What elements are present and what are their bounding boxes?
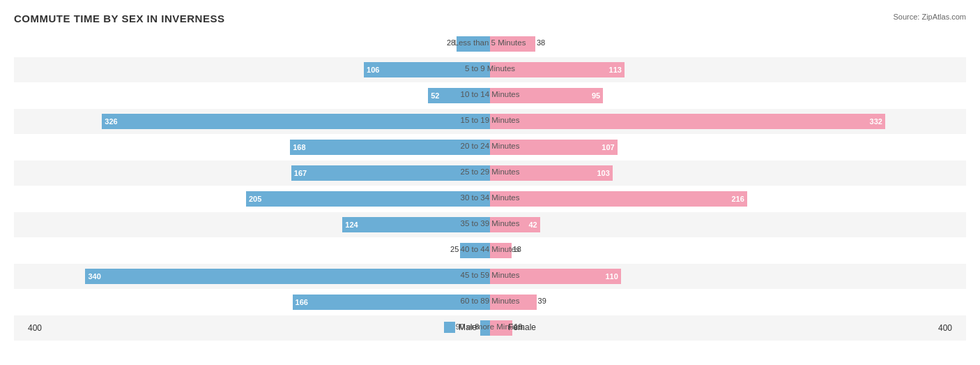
male-value: 52 [431,91,439,100]
female-value: 113 [609,66,622,74]
female-value: 110 [605,272,618,281]
female-value-outside: 38 [537,38,545,47]
male-value: 168 [293,143,305,151]
male-value-outside: 28 [447,38,455,47]
bar-female: 110 [490,269,621,284]
bar-female: 113 [490,62,625,77]
bar-male: 205 [246,191,490,207]
bar-male: 166 [293,295,490,310]
male-value: 205 [249,195,261,203]
table-row: 16710325 to 29 Minutes [14,161,966,186]
legend-male-box [444,322,455,333]
male-value: 106 [367,66,379,74]
female-value: 332 [870,117,882,126]
female-value-outside: 39 [538,297,546,305]
male-value: 340 [88,272,100,281]
bar-female [490,295,537,310]
male-value: 326 [105,117,117,126]
table-row: 529510 to 14 Minutes [14,83,966,108]
bar-male: 124 [342,217,490,232]
bar-female: 332 [490,114,885,129]
bar-male: 340 [85,269,490,284]
female-value-outside: 18 [513,245,521,253]
bar-female: 216 [490,191,747,207]
rows-container: 2838Less than 5 Minutes1061135 to 9 Minu… [14,31,966,341]
female-value: 95 [592,91,600,100]
bar-female: 42 [490,217,540,232]
legend-female-label: Female [508,322,536,332]
table-row: 16810720 to 24 Minutes [14,135,966,160]
bar-female [490,36,535,52]
bar-male: 52 [428,88,490,103]
table-row: 2838Less than 5 Minutes [14,31,966,57]
table-row: 32633215 to 19 Minutes [14,109,966,134]
female-value: 103 [597,169,610,177]
table-row: 20521630 to 34 Minutes [14,186,966,211]
legend-female-box [493,322,505,333]
bar-male: 168 [290,140,490,155]
bar-female [490,243,512,258]
legend: Male Female [14,322,966,333]
table-row: 1061135 to 9 Minutes [14,57,966,82]
table-row: 1244235 to 39 Minutes [14,212,966,237]
male-value: 167 [294,169,307,177]
bar-male: 106 [364,62,490,77]
legend-male-label: Male [459,322,477,332]
female-value: 216 [731,195,744,203]
table-row: 251840 to 44 Minutes [14,238,966,263]
chart-title: COMMUTE TIME BY SEX IN INVERNESS [14,13,966,24]
chart-area: 2838Less than 5 Minutes1061135 to 9 Minu… [14,31,966,318]
bar-male: 326 [102,114,490,129]
female-value: 42 [528,221,537,229]
bar-female: 103 [490,165,613,181]
bar-male: 167 [291,165,490,181]
bar-male [457,36,490,52]
male-value: 166 [296,298,308,306]
male-value: 124 [345,221,358,229]
table-row: 3916660 to 89 Minutes [14,290,966,315]
axis-label-left: 400 [28,323,42,333]
bar-male [460,243,490,258]
axis-label-right: 400 [938,323,952,333]
bar-female: 95 [490,88,603,103]
bar-female: 107 [490,140,618,155]
legend-female: Female [493,322,536,333]
female-value: 107 [602,143,614,151]
table-row: 34011045 to 59 Minutes [14,264,966,289]
source-label: Source: ZipAtlas.com [893,13,966,21]
male-value-outside: 25 [450,245,459,253]
chart-container: COMMUTE TIME BY SEX IN INVERNESS Source:… [0,0,980,365]
legend-male: Male [444,322,477,333]
